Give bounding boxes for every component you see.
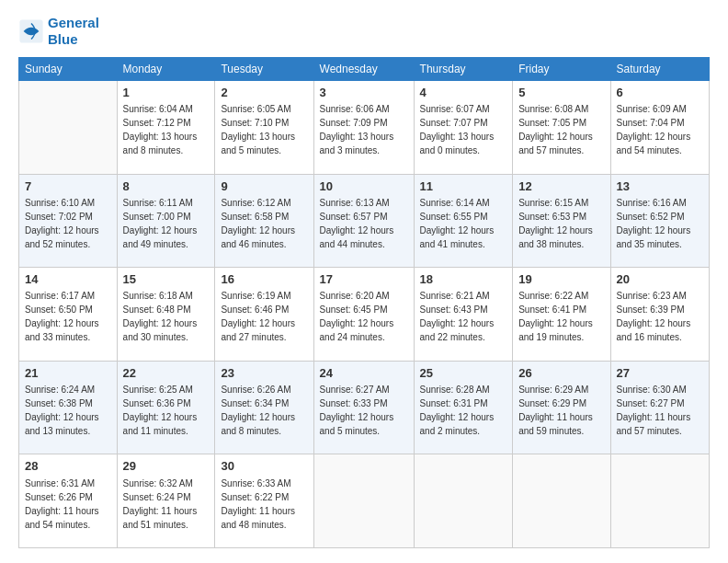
logo: General Blue [18,15,99,48]
day-number: 30 [221,458,307,475]
column-header-monday: Monday [117,58,215,81]
day-number: 26 [518,365,604,382]
day-info: Sunrise: 6:08 AMSunset: 7:05 PMDaylight:… [518,102,604,157]
calendar-cell: 3Sunrise: 6:06 AMSunset: 7:09 PMDaylight… [313,81,414,175]
day-number: 19 [518,271,604,288]
calendar-cell [414,454,513,548]
calendar-cell: 7Sunrise: 6:10 AMSunset: 7:02 PMDaylight… [19,174,118,268]
week-row-4: 21Sunrise: 6:24 AMSunset: 6:38 PMDayligh… [19,361,710,454]
calendar-cell: 25Sunrise: 6:28 AMSunset: 6:31 PMDayligh… [414,361,513,454]
calendar-cell: 30Sunrise: 6:33 AMSunset: 6:22 PMDayligh… [215,454,313,548]
calendar-cell: 21Sunrise: 6:24 AMSunset: 6:38 PMDayligh… [19,361,118,454]
day-info: Sunrise: 6:04 AMSunset: 7:12 PMDaylight:… [123,102,210,157]
calendar-cell: 29Sunrise: 6:32 AMSunset: 6:24 PMDayligh… [117,454,215,548]
calendar-cell: 9Sunrise: 6:12 AMSunset: 6:58 PMDaylight… [215,174,313,268]
day-number: 25 [420,365,507,382]
week-row-1: 1Sunrise: 6:04 AMSunset: 7:12 PMDaylight… [19,81,710,175]
day-number: 4 [420,85,507,101]
day-info: Sunrise: 6:18 AMSunset: 6:48 PMDaylight:… [123,289,210,344]
calendar-cell: 24Sunrise: 6:27 AMSunset: 6:33 PMDayligh… [313,361,414,454]
day-info: Sunrise: 6:13 AMSunset: 6:57 PMDaylight:… [320,196,408,251]
logo-text: General Blue [48,15,99,48]
logo-icon [18,18,44,44]
calendar-table: SundayMondayTuesdayWednesdayThursdayFrid… [18,57,710,548]
day-info: Sunrise: 6:11 AMSunset: 7:00 PMDaylight:… [123,196,210,251]
day-number: 11 [420,178,507,195]
column-header-sunday: Sunday [19,58,118,81]
day-number: 10 [320,178,408,195]
day-info: Sunrise: 6:05 AMSunset: 7:10 PMDaylight:… [221,102,307,157]
day-number: 27 [617,365,703,382]
calendar-cell: 23Sunrise: 6:26 AMSunset: 6:34 PMDayligh… [215,361,313,454]
column-header-friday: Friday [513,58,610,81]
column-header-thursday: Thursday [414,58,513,81]
calendar-cell: 20Sunrise: 6:23 AMSunset: 6:39 PMDayligh… [610,268,709,362]
day-number: 7 [25,178,111,195]
day-info: Sunrise: 6:12 AMSunset: 6:58 PMDaylight:… [221,196,307,251]
day-info: Sunrise: 6:26 AMSunset: 6:34 PMDaylight:… [221,383,307,438]
day-info: Sunrise: 6:16 AMSunset: 6:52 PMDaylight:… [617,196,703,251]
calendar-cell: 19Sunrise: 6:22 AMSunset: 6:41 PMDayligh… [513,268,610,362]
day-info: Sunrise: 6:15 AMSunset: 6:53 PMDaylight:… [518,196,604,251]
calendar-cell: 16Sunrise: 6:19 AMSunset: 6:46 PMDayligh… [215,268,313,362]
day-info: Sunrise: 6:20 AMSunset: 6:45 PMDaylight:… [320,289,408,344]
calendar-cell: 18Sunrise: 6:21 AMSunset: 6:43 PMDayligh… [414,268,513,362]
day-info: Sunrise: 6:25 AMSunset: 6:36 PMDaylight:… [123,383,210,438]
day-number: 29 [123,458,210,475]
day-number: 24 [320,365,408,382]
day-number: 12 [518,178,604,195]
day-number: 3 [320,85,408,101]
calendar-cell: 15Sunrise: 6:18 AMSunset: 6:48 PMDayligh… [117,268,215,362]
day-info: Sunrise: 6:32 AMSunset: 6:24 PMDaylight:… [123,477,210,532]
day-info: Sunrise: 6:06 AMSunset: 7:09 PMDaylight:… [320,102,408,157]
calendar-cell: 14Sunrise: 6:17 AMSunset: 6:50 PMDayligh… [19,268,118,362]
day-number: 5 [518,85,604,101]
day-number: 2 [221,85,307,101]
calendar-cell: 17Sunrise: 6:20 AMSunset: 6:45 PMDayligh… [313,268,414,362]
day-info: Sunrise: 6:27 AMSunset: 6:33 PMDaylight:… [320,383,408,438]
calendar-cell: 12Sunrise: 6:15 AMSunset: 6:53 PMDayligh… [513,174,610,268]
week-row-2: 7Sunrise: 6:10 AMSunset: 7:02 PMDaylight… [19,174,710,268]
day-info: Sunrise: 6:21 AMSunset: 6:43 PMDaylight:… [420,289,507,344]
column-header-saturday: Saturday [610,58,709,81]
calendar-cell: 27Sunrise: 6:30 AMSunset: 6:27 PMDayligh… [610,361,709,454]
calendar-cell: 10Sunrise: 6:13 AMSunset: 6:57 PMDayligh… [313,174,414,268]
calendar-cell: 8Sunrise: 6:11 AMSunset: 7:00 PMDaylight… [117,174,215,268]
day-number: 15 [123,271,210,288]
day-number: 18 [420,271,507,288]
day-info: Sunrise: 6:19 AMSunset: 6:46 PMDaylight:… [221,289,307,344]
column-header-wednesday: Wednesday [313,58,414,81]
day-info: Sunrise: 6:09 AMSunset: 7:04 PMDaylight:… [617,102,703,157]
header: General Blue [18,15,710,48]
column-header-tuesday: Tuesday [215,58,313,81]
day-info: Sunrise: 6:33 AMSunset: 6:22 PMDaylight:… [221,477,307,532]
day-number: 16 [221,271,307,288]
day-info: Sunrise: 6:29 AMSunset: 6:29 PMDaylight:… [518,383,604,438]
calendar-cell: 26Sunrise: 6:29 AMSunset: 6:29 PMDayligh… [513,361,610,454]
day-number: 8 [123,178,210,195]
calendar-cell: 11Sunrise: 6:14 AMSunset: 6:55 PMDayligh… [414,174,513,268]
day-number: 1 [123,85,210,101]
page: General Blue SundayMondayTuesdayWednesda… [0,0,728,563]
day-number: 17 [320,271,408,288]
calendar-cell [19,81,118,175]
calendar-cell: 6Sunrise: 6:09 AMSunset: 7:04 PMDaylight… [610,81,709,175]
calendar-cell: 13Sunrise: 6:16 AMSunset: 6:52 PMDayligh… [610,174,709,268]
day-info: Sunrise: 6:17 AMSunset: 6:50 PMDaylight:… [25,289,111,344]
week-row-3: 14Sunrise: 6:17 AMSunset: 6:50 PMDayligh… [19,268,710,362]
calendar-cell: 1Sunrise: 6:04 AMSunset: 7:12 PMDaylight… [117,81,215,175]
calendar-cell [610,454,709,548]
day-info: Sunrise: 6:31 AMSunset: 6:26 PMDaylight:… [25,477,111,532]
calendar-cell: 2Sunrise: 6:05 AMSunset: 7:10 PMDaylight… [215,81,313,175]
day-info: Sunrise: 6:14 AMSunset: 6:55 PMDaylight:… [420,196,507,251]
day-info: Sunrise: 6:22 AMSunset: 6:41 PMDaylight:… [518,289,604,344]
day-info: Sunrise: 6:10 AMSunset: 7:02 PMDaylight:… [25,196,111,251]
day-number: 14 [25,271,111,288]
calendar-cell [313,454,414,548]
calendar-cell [513,454,610,548]
calendar-cell: 4Sunrise: 6:07 AMSunset: 7:07 PMDaylight… [414,81,513,175]
day-info: Sunrise: 6:07 AMSunset: 7:07 PMDaylight:… [420,102,507,157]
week-row-5: 28Sunrise: 6:31 AMSunset: 6:26 PMDayligh… [19,454,710,548]
calendar-cell: 5Sunrise: 6:08 AMSunset: 7:05 PMDaylight… [513,81,610,175]
day-number: 28 [25,458,111,475]
